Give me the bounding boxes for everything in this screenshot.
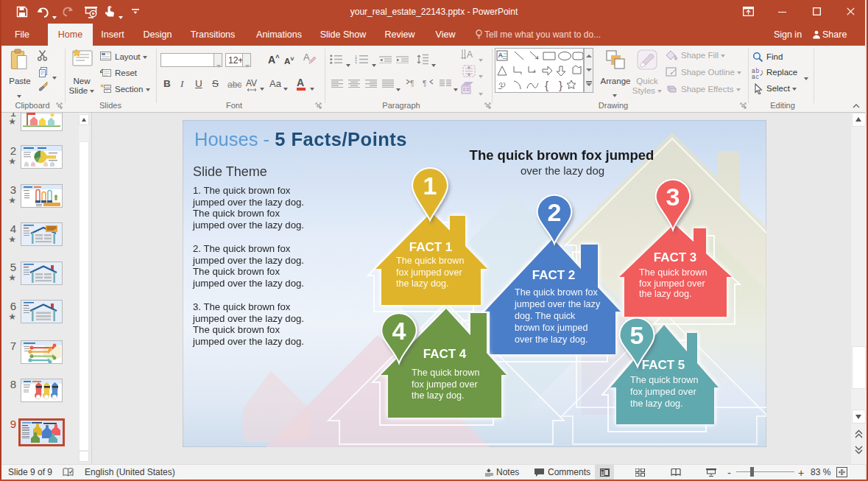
svg-text:the lazy dog.: the lazy dog. [630, 399, 682, 409]
svg-text:the lazy dog.: the lazy dog. [396, 278, 448, 289]
svg-text:the lazy dog.: the lazy dog. [412, 390, 464, 401]
svg-text:1. The quick brown fox: 1. The quick brown fox [193, 185, 291, 196]
svg-text:fox jumped over: fox jumped over [412, 379, 478, 390]
svg-text:fox jumped over: fox jumped over [630, 387, 696, 397]
svg-text:The quick brown: The quick brown [639, 267, 707, 278]
svg-text:dog. The quick: dog. The quick [515, 311, 576, 321]
svg-text:3: 3 [355, 61, 357, 65]
svg-text:fox jumped over: fox jumped over [639, 278, 705, 289]
svg-text:2: 2 [548, 198, 562, 226]
svg-text:The quick brown fox: The quick brown fox [193, 266, 280, 277]
svg-text:over the lazy dog: over the lazy dog [521, 164, 604, 177]
svg-text:a: a [752, 73, 755, 79]
svg-text:4: 4 [392, 317, 406, 345]
svg-text:A: A [467, 49, 473, 60]
svg-text:Slide Theme: Slide Theme [193, 164, 267, 179]
svg-text:FACT 3: FACT 3 [654, 250, 697, 264]
svg-text:5: 5 [630, 321, 644, 349]
svg-text:3. The quick brown fox: 3. The quick brown fox [193, 301, 291, 312]
svg-text:jumped over the lazy dog.: jumped over the lazy dog. [192, 278, 304, 289]
svg-text:{: { [545, 79, 548, 91]
svg-text:over the lazy dog.: over the lazy dog. [515, 334, 588, 345]
svg-text:jumped over the lazy dog.: jumped over the lazy dog. [192, 336, 304, 347]
svg-text:FACT 1: FACT 1 [409, 240, 453, 254]
svg-text:¶: ¶ [410, 80, 414, 88]
svg-text:jumped over the lazy: jumped over the lazy [514, 299, 601, 309]
svg-text:jumped over the lazy dog.: jumped over the lazy dog. [192, 313, 304, 324]
svg-text:¶: ¶ [423, 80, 426, 88]
svg-text:Houses - 5 Facts/Points: Houses - 5 Facts/Points [194, 129, 407, 150]
svg-text:FACT 2: FACT 2 [532, 268, 576, 282]
svg-text:The quick brown: The quick brown [412, 368, 479, 378]
svg-text:The quick brown fox jumped: The quick brown fox jumped [470, 147, 654, 163]
svg-text:The quick brown: The quick brown [396, 256, 464, 266]
svg-text:}: } [559, 79, 562, 91]
svg-text:FACT 5: FACT 5 [642, 358, 685, 372]
svg-text:A: A [498, 52, 504, 59]
svg-text:1: 1 [423, 172, 437, 200]
svg-text:The quick brown fox: The quick brown fox [515, 287, 598, 298]
svg-text:The quick brown fox: The quick brown fox [193, 324, 280, 335]
svg-text:The quick brown: The quick brown [630, 375, 698, 385]
svg-text:jumped over the lazy dog.: jumped over the lazy dog. [192, 220, 304, 231]
svg-text:The quick brown fox: The quick brown fox [193, 208, 280, 219]
svg-text:2. The quick brown fox: 2. The quick brown fox [193, 243, 291, 254]
svg-text:the lazy dog.: the lazy dog. [639, 289, 691, 299]
svg-text:fox jumped over: fox jumped over [396, 267, 462, 278]
svg-text:jumped over the lazy dog.: jumped over the lazy dog. [192, 255, 304, 266]
svg-text:jumped over the lazy dog.: jumped over the lazy dog. [192, 197, 304, 208]
svg-text:brown fox jumped: brown fox jumped [515, 323, 588, 333]
svg-text:3: 3 [666, 183, 680, 211]
svg-text:FACT 4: FACT 4 [423, 347, 467, 361]
svg-text:A: A [303, 52, 310, 63]
